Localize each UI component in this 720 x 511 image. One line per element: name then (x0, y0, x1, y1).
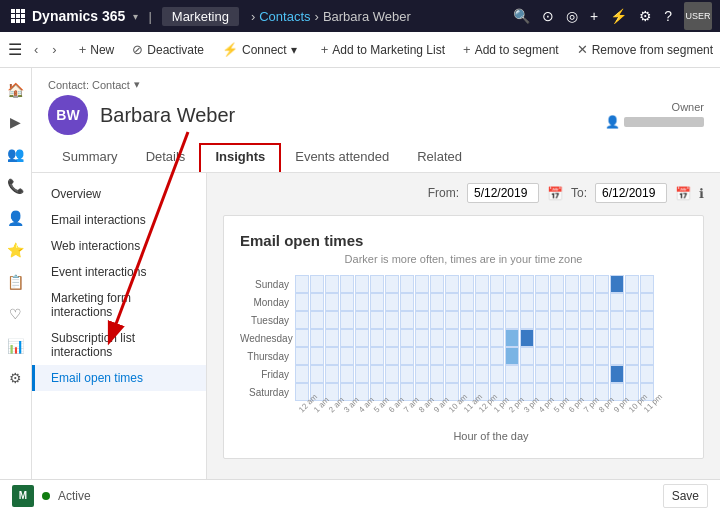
breadcrumb: › Contacts › Barbara Weber (251, 9, 411, 24)
cell-friday-11 (460, 365, 474, 383)
filter-icon[interactable]: ⚡ (610, 8, 627, 24)
sidebar-icon-heart[interactable]: ♡ (2, 300, 30, 328)
cell-wednesday-18 (565, 329, 579, 347)
toolbar: ☰ ‹ › + New ⊘ Deactivate ⚡ Connect ▾ + A… (0, 32, 720, 68)
x-axis-title: Hour of the day (295, 430, 687, 442)
sidebar-icon-home[interactable]: 🏠 (2, 76, 30, 104)
remove-from-segment-button[interactable]: ✕ Remove from segment (569, 38, 720, 61)
cell-monday-17 (550, 293, 564, 311)
settings-icon[interactable]: ⚙ (639, 8, 652, 24)
cell-thursday-15 (520, 347, 534, 365)
forward-button[interactable]: › (46, 40, 62, 59)
nav-web-interactions[interactable]: Web interactions (32, 233, 206, 259)
row-label-sunday: Sunday (240, 279, 295, 290)
info-icon[interactable]: ℹ (699, 186, 704, 201)
nav-email-interactions[interactable]: Email interactions (32, 207, 206, 233)
tab-details[interactable]: Details (132, 143, 200, 172)
check-circle-icon[interactable]: ⊙ (542, 8, 554, 24)
nav-subscription-list-interactions[interactable]: Subscription list interactions (32, 325, 206, 365)
sidebar-icon-people[interactable]: 👥 (2, 140, 30, 168)
nav-marketing-form-interactions[interactable]: Marketing form interactions (32, 285, 206, 325)
add-to-segment-button[interactable]: + Add to segment (455, 38, 567, 61)
new-button[interactable]: + New (71, 38, 123, 61)
cell-thursday-23 (640, 347, 654, 365)
tab-events-attended[interactable]: Events attended (281, 143, 403, 172)
heatmap-row-thursday: Thursday (240, 347, 687, 365)
cell-wednesday-7 (400, 329, 414, 347)
chart-area: From: 📅 To: 📅 ℹ Email open times Darker … (207, 173, 720, 479)
cell-tuesday-10 (445, 311, 459, 329)
cell-sunday-3 (340, 275, 354, 293)
sidebar-icon-phone[interactable]: 📞 (2, 172, 30, 200)
deactivate-button[interactable]: ⊘ Deactivate (124, 38, 212, 61)
add-segment-label: Add to segment (475, 43, 559, 57)
cell-monday-0 (295, 293, 309, 311)
cell-wednesday-12 (475, 329, 489, 347)
nav-email-open-times[interactable]: Email open times (32, 365, 206, 391)
cell-thursday-17 (550, 347, 564, 365)
cell-thursday-4 (355, 347, 369, 365)
cell-tuesday-14 (505, 311, 519, 329)
connect-button[interactable]: ⚡ Connect ▾ (214, 38, 305, 61)
cell-friday-4 (355, 365, 369, 383)
cell-tuesday-13 (490, 311, 504, 329)
cell-thursday-1 (310, 347, 324, 365)
search-icon[interactable]: 🔍 (513, 8, 530, 24)
cell-monday-22 (625, 293, 639, 311)
tab-related[interactable]: Related (403, 143, 476, 172)
owner-icon: 👤 (605, 115, 620, 129)
from-date-input[interactable] (467, 183, 539, 203)
sidebar-icon-star[interactable]: ⭐ (2, 236, 30, 264)
from-calendar-icon[interactable]: 📅 (547, 186, 563, 201)
top-nav-bar: Dynamics 365 ▾ | Marketing › Contacts › … (0, 0, 720, 32)
nav-event-interactions[interactable]: Event interactions (32, 259, 206, 285)
cell-friday-7 (400, 365, 414, 383)
cell-thursday-21 (610, 347, 624, 365)
plus-icon[interactable]: + (590, 8, 598, 24)
cell-thursday-7 (400, 347, 414, 365)
main-layout: 🏠 ▶ 👥 📞 👤 ⭐ 📋 ♡ 📊 ⚙ Contact: Contact ▾ B… (0, 68, 720, 479)
cell-thursday-13 (490, 347, 504, 365)
save-button[interactable]: Save (663, 484, 708, 508)
add-marketing-label: Add to Marketing List (332, 43, 445, 57)
cell-tuesday-21 (610, 311, 624, 329)
cell-tuesday-22 (625, 311, 639, 329)
cell-tuesday-18 (565, 311, 579, 329)
sidebar-icon-chart[interactable]: 📊 (2, 332, 30, 360)
to-calendar-icon[interactable]: 📅 (675, 186, 691, 201)
sidebar-icon-user[interactable]: 👤 (2, 204, 30, 232)
connect-label: Connect (242, 43, 287, 57)
user-avatar[interactable]: USER (684, 2, 712, 30)
bottom-user-avatar[interactable]: M (12, 485, 34, 507)
cell-thursday-5 (370, 347, 384, 365)
sidebar-icon-settings[interactable]: ⚙ (2, 364, 30, 392)
app-grid-button[interactable] (8, 6, 28, 26)
breadcrumb-contacts[interactable]: Contacts (259, 9, 310, 24)
location-icon[interactable]: ◎ (566, 8, 578, 24)
cell-tuesday-3 (340, 311, 354, 329)
cell-tuesday-4 (355, 311, 369, 329)
sidebar-icon-clipboard[interactable]: 📋 (2, 268, 30, 296)
to-date-input[interactable] (595, 183, 667, 203)
cell-friday-13 (490, 365, 504, 383)
hamburger-menu[interactable]: ☰ (8, 40, 22, 59)
back-forward-buttons: ‹ › (28, 40, 63, 59)
cell-sunday-15 (520, 275, 534, 293)
nav-overview[interactable]: Overview (32, 181, 206, 207)
tab-summary[interactable]: Summary (48, 143, 132, 172)
cell-monday-3 (340, 293, 354, 311)
cell-thursday-12 (475, 347, 489, 365)
owner-label: Owner (605, 101, 704, 113)
add-to-marketing-list-button[interactable]: + Add to Marketing List (313, 38, 453, 61)
tab-insights[interactable]: Insights (199, 143, 281, 172)
cell-tuesday-7 (400, 311, 414, 329)
cell-monday-6 (385, 293, 399, 311)
cell-tuesday-2 (325, 311, 339, 329)
breadcrumb-contact-name: Barbara Weber (323, 9, 411, 24)
heatmap-row-friday: Friday (240, 365, 687, 383)
back-button[interactable]: ‹ (28, 40, 44, 59)
status-left: M Active (12, 485, 91, 507)
help-icon[interactable]: ? (664, 8, 672, 24)
sidebar-icon-play[interactable]: ▶ (2, 108, 30, 136)
nav-module[interactable]: Marketing (162, 7, 239, 26)
